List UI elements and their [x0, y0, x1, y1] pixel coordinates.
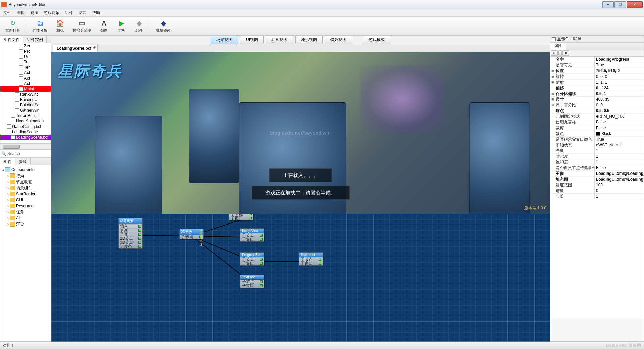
node-port-row[interactable]: 子窗口: [240, 284, 264, 288]
tab-properties[interactable]: 属性: [550, 43, 566, 50]
menu-item[interactable]: 编辑: [14, 9, 28, 16]
property-row[interactable]: 是否可见True: [550, 62, 644, 68]
property-row[interactable]: 使用九宫格False: [550, 119, 644, 125]
checkbox-icon[interactable]: [19, 55, 23, 59]
categorize-button[interactable]: ⊞: [551, 50, 558, 56]
sort-button[interactable]: ⁝: [558, 50, 562, 56]
checkbox-icon[interactable]: [15, 108, 19, 112]
component-categories-tree[interactable]: ◢Components▷行为▷节点动画▷场景组件▷StarRaiders▷GUI…: [0, 165, 51, 341]
port-icon[interactable]: [138, 245, 141, 248]
port-icon[interactable]: [260, 258, 263, 261]
property-value[interactable]: 0, 0: [595, 103, 644, 107]
close-button[interactable]: ✕: [627, 1, 643, 8]
property-row[interactable]: 是否向父节点传递事件False: [550, 165, 644, 171]
folder-row[interactable]: ▷任务: [1, 209, 50, 215]
property-row[interactable]: 进度范围100: [550, 182, 644, 188]
property-grid[interactable]: 名字LoadingProgress是否可见True⊞位置756.5, 516, …: [550, 57, 644, 318]
folder-row[interactable]: ▷行为: [1, 173, 50, 179]
expand-icon[interactable]: ▷: [6, 216, 10, 220]
view-tab[interactable]: 游戏模式: [363, 36, 390, 44]
port-icon[interactable]: [319, 262, 321, 265]
property-row[interactable]: ⊞位置756.5, 516, 0: [550, 68, 644, 74]
property-row[interactable]: 颜色Black: [550, 131, 644, 137]
checkbox-icon[interactable]: [19, 76, 23, 80]
property-row[interactable]: ⊞百分比偏移0.5, 1: [550, 91, 644, 97]
menu-item[interactable]: 组件: [62, 9, 76, 16]
property-row[interactable]: ⊞尺寸百分比0, 0: [550, 102, 644, 108]
property-value[interactable]: 0.5, 0.5: [595, 108, 644, 113]
property-row[interactable]: 亮度1: [550, 148, 644, 154]
tree-row[interactable]: MainI: [0, 86, 51, 92]
checkbox-icon[interactable]: [19, 65, 23, 69]
checkbox-icon[interactable]: [11, 114, 15, 118]
port-icon[interactable]: [260, 280, 263, 283]
graph-node[interactable]: TextLabel子节点子窗口: [240, 275, 264, 288]
tree-row[interactable]: NodeAnimation.: [0, 118, 51, 124]
property-row[interactable]: 对比度1: [550, 154, 644, 159]
property-value[interactable]: False: [595, 165, 644, 170]
property-row[interactable]: 锚点0.5, 0.5: [550, 108, 644, 114]
property-value[interactable]: 1: [595, 194, 644, 199]
expand-icon[interactable]: ⊞: [550, 69, 555, 72]
pin-icon[interactable]: 📌: [92, 46, 96, 49]
expand-icon[interactable]: ▷: [6, 198, 10, 202]
tree-row[interactable]: Prc: [0, 49, 51, 54]
folder-row[interactable]: ▷Resource: [1, 203, 50, 209]
expand-icon[interactable]: ▷: [6, 192, 10, 196]
checkbox-icon[interactable]: [11, 135, 15, 139]
tab-component-instances[interactable]: 组件实例: [23, 36, 47, 43]
property-row[interactable]: 饱和度1: [550, 159, 644, 165]
property-value[interactable]: Black: [595, 131, 644, 136]
node-port-row[interactable]: 子窗口: [229, 216, 253, 220]
node-graph-viewport[interactable]: 子节点子窗口标题场景输入更新重开2D节点3D节点进度条2D节点子节点ImageV…: [51, 214, 550, 342]
property-value[interactable]: 1: [595, 160, 644, 164]
tree-row[interactable]: Ter: [0, 59, 51, 65]
checkbox-icon[interactable]: [19, 87, 23, 91]
property-value[interactable]: eWST_Normal: [595, 143, 644, 147]
tree-row[interactable]: Act: [0, 76, 51, 81]
folder-row[interactable]: ▷场景组件: [1, 185, 50, 191]
property-row[interactable]: 是否继承父窗口颜色True: [550, 137, 644, 142]
checkbox-icon[interactable]: [15, 103, 19, 107]
toolbar-button[interactable]: 🗂性能分析: [29, 18, 51, 35]
folder-row[interactable]: ◢Components: [1, 167, 50, 173]
folder-row[interactable]: ▷StarRaiders: [1, 191, 50, 197]
expand-icon[interactable]: ▷: [6, 204, 10, 208]
grid-button[interactable]: ▦: [562, 50, 569, 56]
tab-component-files[interactable]: 组件文件: [0, 36, 23, 43]
property-row[interactable]: 初始状态eWST_Normal: [550, 142, 644, 148]
tree-row[interactable]: BuildingU: [0, 97, 51, 102]
graph-node[interactable]: 标题场景输入更新重开2D节点3D节点进度条: [118, 218, 143, 249]
expand-icon[interactable]: ▷: [6, 174, 10, 178]
tree-row[interactable]: GameConfig.bcf: [0, 124, 51, 129]
property-row[interactable]: 名字LoadingProgress: [550, 57, 644, 62]
property-row[interactable]: 进度0: [550, 188, 644, 194]
checkbox-icon[interactable]: [19, 49, 23, 53]
property-value[interactable]: LoadingUI.xml@Loading_Pro: [595, 171, 644, 176]
expand-icon[interactable]: ⊞: [550, 92, 555, 95]
tree-row[interactable]: Act: [0, 70, 51, 76]
tree-row[interactable]: BuildingSc: [0, 102, 51, 108]
property-value[interactable]: 0, 0, 0: [595, 74, 644, 79]
property-value[interactable]: eRFM_NO_FIX: [595, 114, 644, 119]
folder-row[interactable]: ▷AI: [1, 215, 50, 221]
tree-row[interactable]: TerranBuildir: [0, 113, 51, 118]
graph-node[interactable]: ProgressBar子节点子窗口: [240, 252, 264, 266]
property-row[interactable]: 偏移0, -124: [550, 85, 644, 91]
property-value[interactable]: 1: [595, 154, 644, 159]
property-value[interactable]: LoadingUI.xml@Loading_Pro: [595, 177, 644, 182]
minimize-button[interactable]: ━: [602, 1, 614, 8]
menu-item[interactable]: 帮助: [89, 9, 103, 16]
port-icon[interactable]: [138, 237, 141, 240]
tree-row[interactable]: Ter: [0, 65, 51, 70]
toolbar-button[interactable]: ◆批量修改: [153, 18, 174, 35]
property-value[interactable]: False: [595, 126, 644, 130]
tab-resources[interactable]: 资源: [15, 158, 31, 165]
property-value[interactable]: True: [595, 63, 644, 67]
port-icon[interactable]: [138, 233, 141, 236]
property-value[interactable]: False: [595, 120, 644, 124]
property-value[interactable]: 100: [595, 183, 644, 187]
node-port-row[interactable]: 进度条: [119, 244, 142, 248]
property-value[interactable]: LoadingProgress: [595, 57, 644, 62]
property-value[interactable]: 0: [595, 188, 644, 193]
